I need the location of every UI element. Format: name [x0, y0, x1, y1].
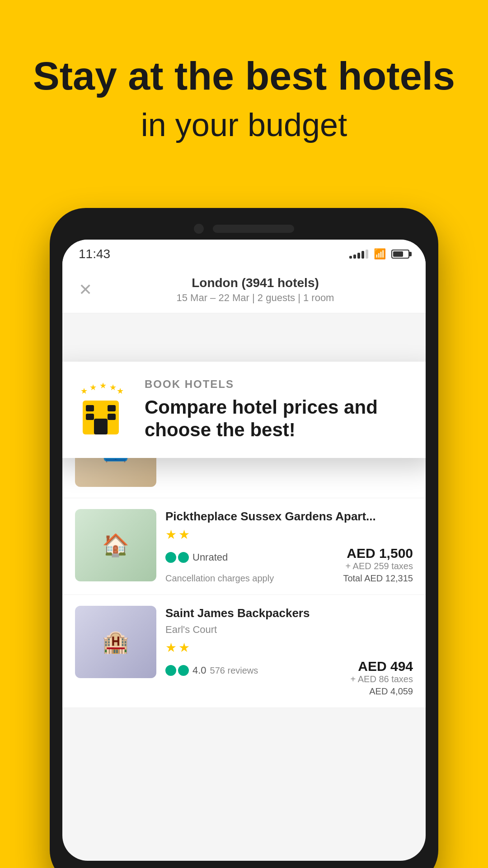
- hotel-item-2[interactable]: 🏠 Picktheplace Sussex Gardens Apart... ★…: [62, 498, 426, 595]
- total-price-3: AED 4,059: [369, 686, 413, 697]
- ta-dot-4: [178, 552, 189, 563]
- hotel-placeholder-2: 🏠: [75, 509, 156, 581]
- tooltip-title: Compare hotel prices and choose the best…: [145, 396, 417, 442]
- rating-row-2: Unrated: [165, 552, 228, 563]
- hotel-icon: ★ ★ ★ ★ ★: [71, 380, 130, 439]
- battery-fill: [393, 251, 403, 257]
- unrated-label-2: Unrated: [192, 552, 228, 563]
- signal-bar-2: [353, 255, 356, 259]
- svg-rect-9: [108, 405, 116, 411]
- phone-notch: [62, 221, 426, 237]
- tooltip-label: BOOK HOTELS: [145, 378, 417, 391]
- status-bar: 11:43 📶: [62, 240, 426, 269]
- tooltip-card: ★ ★ ★ ★ ★: [62, 362, 426, 458]
- tooltip-text: BOOK HOTELS Compare hotel prices and cho…: [145, 378, 417, 442]
- hero-subtitle: in your budget: [27, 105, 461, 144]
- hotel-placeholder-3: 🏨: [75, 606, 156, 678]
- battery-icon: [391, 250, 409, 259]
- signal-bars-icon: [349, 250, 368, 259]
- signal-bar-3: [357, 253, 360, 259]
- price-row-2: Unrated AED 1,500 + AED 259 taxes: [165, 546, 413, 571]
- svg-text:★: ★: [80, 387, 88, 396]
- svg-text:★: ★: [99, 381, 107, 390]
- header-info: London (3941 hotels) 15 Mar – 22 Mar | 2…: [101, 276, 409, 304]
- phone-screen: 11:43 📶 ✕: [62, 240, 426, 861]
- cancel-total-row-2: Cancellation charges apply Total AED 12,…: [165, 573, 413, 584]
- svg-text:★: ★: [89, 383, 97, 392]
- star-3: ★: [165, 640, 177, 655]
- svg-rect-8: [86, 414, 94, 420]
- rating-value-3: 4.0: [192, 665, 206, 676]
- price-block-2: AED 1,500 + AED 259 taxes: [345, 546, 413, 571]
- phone-speaker: [213, 225, 294, 233]
- header-location: London (3941 hotels): [101, 276, 409, 290]
- star-2: ★: [178, 527, 190, 542]
- hotel-name-3: Saint James Backpackers: [165, 606, 413, 621]
- ta-icon-3: [165, 665, 189, 676]
- signal-bar-5: [366, 250, 368, 259]
- ta-dot-5: [165, 665, 176, 676]
- hotel-svg-icon: ★ ★ ★ ★ ★: [71, 380, 130, 439]
- ta-dot-6: [178, 665, 189, 676]
- wifi-icon: 📶: [374, 248, 386, 260]
- hotel-details-2: Picktheplace Sussex Gardens Apart... ★ ★: [165, 509, 413, 584]
- ta-dot-3: [165, 552, 176, 563]
- hotel-item-3[interactable]: 🏨 Saint James Backpackers Earl's Court ★…: [62, 595, 426, 708]
- hero-section: Stay at the best hotels in your budget: [0, 0, 488, 171]
- rating-row-3: 4.0 576 reviews: [165, 665, 258, 676]
- hotel-price-2: AED 1,500: [345, 546, 413, 561]
- status-time: 11:43: [79, 247, 110, 261]
- hotel-stars-2: ★ ★: [165, 527, 413, 542]
- status-icons: 📶: [349, 248, 409, 260]
- svg-rect-6: [94, 419, 108, 434]
- cancel-total-row-3: AED 4,059: [165, 686, 413, 697]
- review-count-3: 576 reviews: [210, 665, 258, 676]
- cancel-policy-2: Cancellation charges apply: [165, 573, 274, 584]
- price-block-3: AED 494 + AED 86 taxes: [351, 659, 413, 684]
- svg-rect-7: [86, 405, 94, 411]
- hotel-price-tax-2: + AED 259 taxes: [345, 561, 413, 571]
- star-1: ★: [165, 527, 177, 542]
- star-4: ★: [178, 640, 190, 655]
- svg-text:★: ★: [109, 383, 117, 392]
- hotel-location-3: Earl's Court: [165, 624, 413, 636]
- hero-title: Stay at the best hotels: [27, 54, 461, 98]
- svg-text:★: ★: [117, 387, 124, 396]
- app-header: ✕ London (3941 hotels) 15 Mar – 22 Mar |…: [62, 269, 426, 313]
- hotel-stars-3: ★ ★: [165, 640, 413, 655]
- hotel-name-2: Picktheplace Sussex Gardens Apart...: [165, 509, 413, 524]
- hotel-image-2: 🏠: [75, 509, 156, 581]
- signal-bar-4: [361, 251, 364, 259]
- hotel-price-tax-3: + AED 86 taxes: [351, 674, 413, 684]
- hotel-image-3: 🏨: [75, 606, 156, 678]
- ta-icon-2: [165, 552, 189, 563]
- close-button[interactable]: ✕: [79, 282, 92, 298]
- hotel-price-3: AED 494: [351, 659, 413, 674]
- price-row-3: 4.0 576 reviews AED 494 + AED 86 taxes: [165, 659, 413, 684]
- header-dates: 15 Mar – 22 Mar | 2 guests | 1 room: [101, 292, 409, 304]
- phone-frame: 11:43 📶 ✕: [50, 208, 438, 868]
- phone-camera: [194, 224, 204, 234]
- total-price-2: Total AED 12,315: [343, 573, 413, 584]
- hotel-details-3: Saint James Backpackers Earl's Court ★ ★: [165, 606, 413, 697]
- signal-bar-1: [349, 256, 352, 259]
- phone-container: 11:43 📶 ✕: [50, 208, 438, 868]
- svg-rect-10: [108, 414, 116, 420]
